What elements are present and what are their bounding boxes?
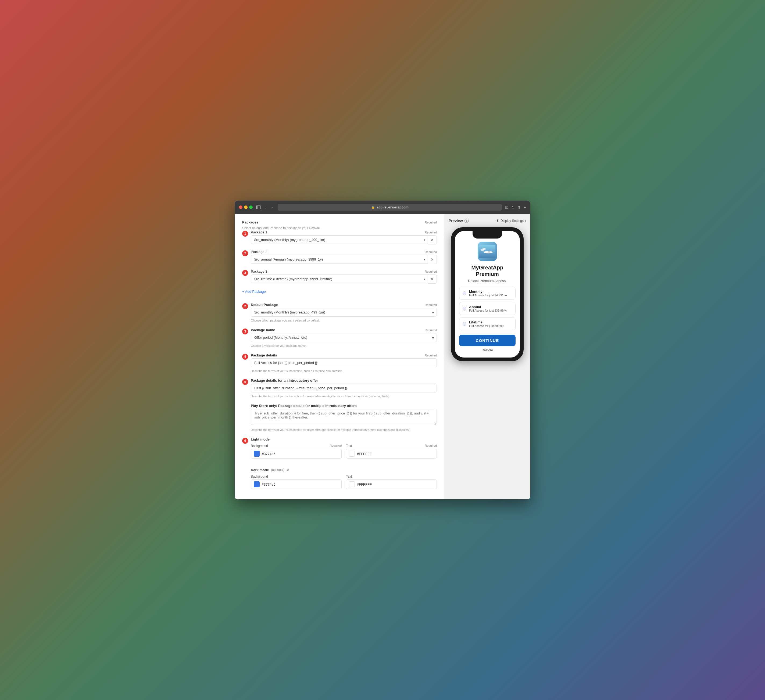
refresh-icon[interactable]: ↻ bbox=[511, 205, 515, 210]
package2-required: Required bbox=[425, 250, 437, 254]
address-bar[interactable]: 🔒 app.revenuecat.com bbox=[278, 204, 502, 210]
packages-required: Required bbox=[425, 221, 437, 224]
browser-body: Packages Required Select at least one Pa… bbox=[235, 214, 530, 499]
packages-header: Packages Required bbox=[242, 220, 437, 224]
phone-notch bbox=[472, 231, 502, 239]
plan-annual-name: Annual bbox=[469, 305, 507, 309]
package3-select[interactable]: $rc_lifetime (Lifetime) (mygreatapp_5999… bbox=[251, 275, 428, 283]
app-icon bbox=[478, 242, 497, 261]
package-name-title: Package name bbox=[251, 328, 275, 332]
package-details-row: 4 Package details Required Describe the … bbox=[242, 353, 437, 373]
plan-monthly-name: Monthly bbox=[469, 290, 507, 293]
dark-mode-section: Dark mode (optional) ✕ Background #3774e… bbox=[251, 468, 437, 489]
default-package-header: Default Package Required bbox=[251, 303, 437, 307]
back-button[interactable]: ‹ bbox=[263, 204, 268, 210]
package-name-row: 3 Package name Required Offer period (Mo… bbox=[242, 328, 437, 348]
share-icon[interactable]: ⬆ bbox=[518, 205, 521, 210]
plan-lifetime-price: Full Access for just $99.99 bbox=[469, 324, 504, 327]
cast-icon[interactable]: ⊡ bbox=[505, 205, 508, 210]
add-package-button[interactable]: + Add Package bbox=[242, 290, 266, 293]
package1-remove-button[interactable]: ✕ bbox=[428, 235, 437, 245]
display-settings-button[interactable]: 👁 Display Settings ▾ bbox=[496, 219, 526, 223]
dark-mode-bg-value: #3774e6 bbox=[262, 482, 275, 487]
package3-label: Package 3 bbox=[251, 269, 267, 273]
url-text: app.revenuecat.com bbox=[376, 205, 408, 209]
plan-monthly-radio bbox=[463, 292, 466, 295]
plan-annual[interactable]: Annual Full Access for just $39.99/yr bbox=[459, 302, 516, 315]
continue-button[interactable]: CONTINUE bbox=[459, 335, 516, 346]
package2-remove-button[interactable]: ✕ bbox=[428, 255, 437, 264]
plan-monthly[interactable]: Monthly Full Access for just $4.99/mo bbox=[459, 287, 516, 300]
light-mode-bg-required: Required bbox=[329, 444, 342, 448]
preview-title: Preview i bbox=[449, 219, 469, 223]
package-details-intro-hint: Describe the terms of your subscription … bbox=[251, 395, 390, 398]
packages-section: Packages Required Select at least one Pa… bbox=[242, 220, 437, 299]
play-store-section: Play Store only: Package details for mul… bbox=[251, 404, 437, 432]
svg-point-8 bbox=[489, 252, 490, 252]
step-3-pkg: 3 bbox=[242, 270, 248, 276]
forward-button[interactable]: › bbox=[269, 204, 274, 210]
restore-link[interactable]: Restore bbox=[459, 348, 516, 353]
default-package-content: Default Package Required $rc_monthly (Mo… bbox=[251, 303, 437, 323]
dark-mode-text-input[interactable]: #FFFFFF bbox=[346, 479, 437, 489]
left-panel: Packages Required Select at least one Pa… bbox=[235, 214, 444, 499]
preview-label: Preview bbox=[449, 219, 463, 223]
svg-point-9 bbox=[490, 252, 491, 252]
dark-mode-remove-button[interactable]: ✕ bbox=[286, 468, 290, 472]
right-panel: Preview i 👁 Display Settings ▾ bbox=[444, 214, 530, 499]
step-4: 4 bbox=[242, 354, 248, 360]
play-store-textarea[interactable] bbox=[251, 409, 437, 425]
package2-select[interactable]: $rc_annual (Annual) (mygreatapp_3999_1y) bbox=[251, 255, 428, 264]
package-name-hint: Choose a variable for your package name. bbox=[251, 344, 307, 347]
package1-content: Package 1 Required $rc_monthly (Monthly)… bbox=[251, 230, 437, 245]
light-mode-bg-label-row: Background Required bbox=[251, 444, 342, 448]
default-package-select[interactable]: $rc_monthly (Monthly) (mygreatapp_499_1m… bbox=[251, 308, 437, 317]
package1-select[interactable]: $rc_monthly (Monthly) (mygreatapp_499_1m… bbox=[251, 235, 428, 244]
package-details-intro-input[interactable] bbox=[251, 384, 437, 392]
dark-mode-bg-input[interactable]: #3774e6 bbox=[251, 479, 342, 489]
display-settings-chevron: ▾ bbox=[525, 220, 526, 223]
package-name-select-wrapper: Offer period (Monthly, Annual, etc) bbox=[251, 333, 437, 342]
package-name-content: Package name Required Offer period (Mont… bbox=[251, 328, 437, 348]
package1-select-wrapper: $rc_monthly (Monthly) (mygreatapp_499_1m… bbox=[251, 235, 428, 245]
plan-monthly-price: Full Access for just $4.99/mo bbox=[469, 293, 507, 297]
package1-label: Package 1 bbox=[251, 230, 267, 234]
plan-lifetime-radio bbox=[463, 322, 466, 326]
package-details-intro-content: Package details for an introductory offe… bbox=[251, 378, 437, 399]
package3-remove-button[interactable]: ✕ bbox=[428, 275, 437, 284]
new-tab-icon[interactable]: + bbox=[524, 205, 526, 210]
play-store-title: Play Store only: Package details for mul… bbox=[251, 404, 357, 408]
package-name-select[interactable]: Offer period (Monthly, Annual, etc) bbox=[251, 333, 437, 342]
close-button[interactable] bbox=[239, 206, 242, 209]
step-2: 2 bbox=[242, 303, 248, 309]
maximize-button[interactable] bbox=[249, 206, 253, 209]
package-details-required: Required bbox=[425, 354, 437, 357]
light-mode-content: Light mode Background Required #3774e6 bbox=[251, 437, 437, 462]
eye-icon: 👁 bbox=[496, 219, 499, 223]
light-mode-color-row: Background Required #3774e6 Text bbox=[251, 444, 437, 458]
package3-row: 3 Package 3 Required $rc_lifetime (Lifet… bbox=[242, 269, 437, 284]
display-settings-label: Display Settings bbox=[501, 219, 524, 223]
play-store-header: Play Store only: Package details for mul… bbox=[251, 404, 437, 408]
package2-label-row: Package 2 Required bbox=[251, 250, 437, 254]
light-mode-text-input[interactable]: #FFFFFF bbox=[346, 449, 437, 458]
light-mode-bg-input[interactable]: #3774e6 bbox=[251, 449, 342, 458]
package-details-input[interactable] bbox=[251, 358, 437, 367]
svg-point-2 bbox=[483, 248, 486, 250]
browser-window: ‹ › 🔒 app.revenuecat.com ⊡ ↻ ⬆ + Package… bbox=[235, 201, 530, 499]
sidebar-toggle-icon[interactable] bbox=[256, 206, 261, 209]
dark-mode-text-swatch bbox=[349, 481, 355, 487]
dark-mode-text-label: Text bbox=[346, 475, 352, 479]
dark-mode-text-group: Text #FFFFFF bbox=[346, 475, 437, 489]
minimize-button[interactable] bbox=[244, 206, 247, 209]
plan-annual-info: Annual Full Access for just $39.99/yr bbox=[469, 305, 507, 312]
default-package-select-wrapper: $rc_monthly (Monthly) (mygreatapp_499_1m… bbox=[251, 308, 437, 317]
default-package-hint: Choose which package you want selected b… bbox=[251, 319, 320, 322]
light-mode-text-value: #FFFFFF bbox=[357, 452, 372, 456]
dark-mode-bg-label-row: Background bbox=[251, 475, 342, 479]
plan-lifetime[interactable]: Lifetime Full Access for just $99.99 bbox=[459, 317, 516, 330]
package2-label: Package 2 bbox=[251, 250, 267, 254]
packages-title: Packages bbox=[242, 220, 258, 224]
package-details-intro-title: Package details for an introductory offe… bbox=[251, 378, 318, 383]
preview-info-icon[interactable]: i bbox=[464, 219, 469, 223]
